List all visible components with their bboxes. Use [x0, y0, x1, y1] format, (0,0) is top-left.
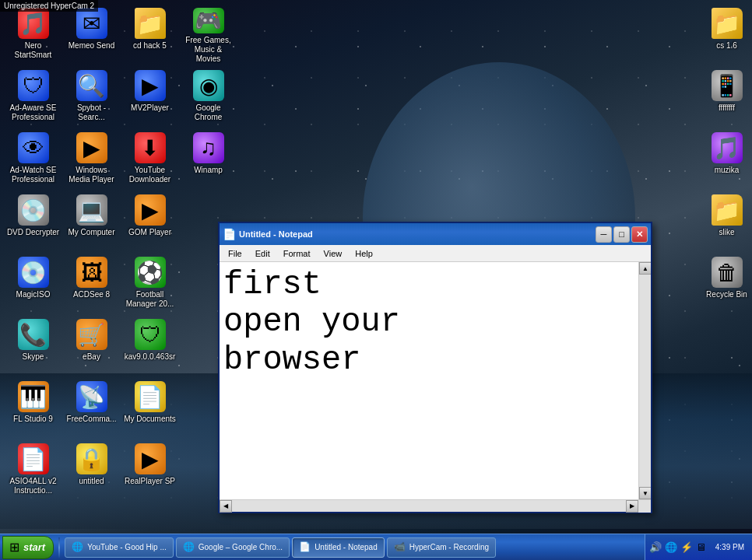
notepad-menu-edit[interactable]: Edit — [251, 247, 275, 260]
mydocs-icon: 📄 — [135, 381, 166, 412]
desktop-icon-dvddecrypter[interactable]: 💿 DVD Decrypter — [4, 191, 62, 253]
tray-icon-4[interactable]: 🖥 — [696, 541, 708, 554]
hypercam-watermark: Unregistered HyperCam 2 — [0, 0, 98, 12]
desktop-icon-wmp[interactable]: ▶ Windows Media Player — [62, 128, 121, 191]
desktop-icon-recyclebin[interactable]: 🗑 Recycle Bin — [698, 253, 752, 315]
desktop-icon-chrome[interactable]: ◉ Google Chrome — [179, 66, 237, 128]
taskbar: ⊞ start 🌐 YouTube - Good Hip ... 🌐 Googl… — [0, 534, 752, 560]
desktop-icon-acdsee[interactable]: 🖼 ACDSee 8 — [62, 253, 121, 315]
notepad-taskbar-icon: 📄 — [299, 541, 311, 554]
desktop-icon-nero[interactable]: 🎵 Nero StartSmart — [4, 4, 62, 66]
taskbar-items: 🌐 YouTube - Good Hip ... 🌐 Google – Goog… — [62, 537, 645, 558]
start-button[interactable]: ⊞ start — [2, 536, 54, 559]
notepad-textarea[interactable]: first open your browser — [220, 262, 638, 499]
desktop-icon-muzika[interactable]: 🎵 muzika — [698, 128, 752, 191]
desktop-icon-skype[interactable]: 📞 Skype — [4, 315, 62, 377]
desktop-icon-slike[interactable]: 📁 slike — [698, 191, 752, 253]
mv2-icon: ▶ — [135, 70, 166, 101]
notepad-content-area: first open your browser ▲ ▼ — [220, 262, 651, 499]
desktop-icon-asio4all[interactable]: 📄 ASIO4ALL v2 Instructio... — [4, 439, 62, 502]
desktop-icon-football[interactable]: ⚽ Football Manager 20... — [121, 253, 179, 315]
desktop-icon-freecomma[interactable]: 📡 FreeComma... — [62, 377, 121, 439]
freecomma-icon: 📡 — [76, 381, 107, 412]
taskbar-google-label: Google – Google Chro... — [199, 543, 283, 551]
notepad-scrollbar: ▲ ▼ — [638, 262, 651, 499]
desktop-icon-mv2player[interactable]: ▶ MV2Player — [121, 66, 179, 128]
recyclebin-icon: 🗑 — [712, 257, 743, 288]
notepad-title-left: 📄 Untitled - Notepad — [223, 228, 313, 240]
taskbar-google[interactable]: 🌐 Google – Google Chro... — [176, 537, 290, 558]
kav-icon: 🛡 — [135, 319, 166, 350]
taskbar-youtube[interactable]: 🌐 YouTube - Good Hip ... — [65, 537, 174, 558]
desktop-icon-cs16[interactable]: 📁 cs 1.6 — [698, 4, 752, 66]
notepad-menubar: File Edit Format View Help — [220, 245, 651, 262]
desktop-icon-ebay[interactable]: 🛒 eBay — [62, 315, 121, 377]
slike-icon: 📁 — [712, 194, 743, 226]
notepad-menu-view[interactable]: View — [319, 247, 347, 260]
notepad-menu-help[interactable]: Help — [350, 247, 378, 260]
youtube-taskbar-icon: 🌐 — [72, 541, 84, 554]
realplayer-icon: ▶ — [135, 443, 166, 474]
flstudio-icon: 🎹 — [18, 381, 49, 412]
desktop-icon-mydocs[interactable]: 📄 My Documents — [121, 377, 179, 439]
desktop-icon-memeosend[interactable]: ✉ Memeo Send — [62, 4, 121, 66]
scroll-down-arrow[interactable]: ▼ — [639, 487, 651, 499]
skype-icon: 📞 — [18, 319, 49, 350]
start-button-label: start — [23, 541, 45, 553]
notepad-title-icon: 📄 — [223, 228, 235, 240]
mycomputer-icon: 💻 — [76, 194, 107, 226]
ebay-icon: 🛒 — [76, 319, 107, 350]
asio-icon: 📄 — [18, 443, 49, 474]
winamp-icon: ♫ — [193, 132, 224, 163]
desktop-icon-adwatch[interactable]: 👁 Ad-Watch SE Professional — [4, 128, 62, 191]
taskbar-hypercam[interactable]: 📹 HyperCam - Recording — [387, 537, 496, 558]
start-logo: ⊞ — [9, 540, 19, 555]
system-clock: 4:39 PM — [712, 542, 748, 552]
scroll-up-arrow[interactable]: ▲ — [639, 262, 651, 275]
desktop-icon-spybot[interactable]: 🔍 Spybot - Searc... — [62, 66, 121, 128]
notepad-menu-file[interactable]: File — [223, 247, 247, 260]
desktop-icon-adaware[interactable]: 🛡 Ad-Aware SE Professional — [4, 66, 62, 128]
tray-icon-3[interactable]: ⚡ — [680, 541, 693, 554]
notepad-controls: ─ □ ✕ — [596, 226, 648, 243]
adaware-icon: 🛡 — [18, 70, 49, 101]
hscroll-track — [232, 500, 626, 512]
desktop-icon-cdhack[interactable]: 📁 cd hack 5 — [121, 4, 179, 66]
desktop-icon-ffffffff[interactable]: 📱 ffffffff — [698, 66, 752, 128]
notepad-titlebar[interactable]: 📄 Untitled - Notepad ─ □ ✕ — [220, 223, 651, 245]
desktop-icon-freegames[interactable]: 🎮 Free Games, Music & Movies — [179, 4, 237, 66]
taskbar-youtube-label: YouTube - Good Hip ... — [87, 543, 167, 551]
notepad-hscrollbar: ◀ ▶ — [220, 499, 651, 512]
desktop-icon-flstudio[interactable]: 🎹 FL Studio 9 — [4, 377, 62, 439]
hypercam-taskbar-icon: 📹 — [394, 541, 406, 554]
tray-icon-1[interactable]: 🔊 — [649, 541, 662, 554]
notepad-close-button[interactable]: ✕ — [631, 226, 648, 243]
tray-icon-2[interactable]: 🌐 — [665, 541, 677, 554]
desktop-icon-ytdl[interactable]: ⬇ YouTube Downloader — [121, 128, 179, 191]
ffffffff-icon: 📱 — [712, 70, 743, 101]
notepad-title-text: Untitled - Notepad — [239, 229, 313, 239]
desktop: Unregistered HyperCam 2 🎵 Nero StartSmar… — [0, 0, 752, 560]
taskbar-notepad[interactable]: 📄 Untitled - Notepad — [292, 537, 385, 558]
dvd-icon: 💿 — [18, 194, 49, 226]
taskbar-notepad-label: Untitled - Notepad — [315, 543, 378, 551]
notepad-maximize-button[interactable]: □ — [613, 226, 630, 243]
desktop-icon-magiciso[interactable]: 💿 MagicISO — [4, 253, 62, 315]
system-tray: 🔊 🌐 ⚡ 🖥 4:39 PM — [645, 534, 752, 560]
football-icon: ⚽ — [135, 257, 166, 288]
desktop-icon-winamp[interactable]: ♫ Winamp — [179, 128, 237, 191]
desktop-icon-area: 🎵 Nero StartSmart 🛡 Ad-Aware SE Professi… — [0, 0, 218, 529]
notepad-window: 📄 Untitled - Notepad ─ □ ✕ File Edit For… — [218, 222, 652, 513]
desktop-icon-untitled[interactable]: 🔒 untitled — [62, 439, 121, 502]
notepad-minimize-button[interactable]: ─ — [596, 226, 612, 243]
taskbar-hypercam-label: HyperCam - Recording — [409, 543, 489, 551]
desktop-icon-mycomputer[interactable]: 💻 My Computer — [62, 191, 121, 253]
hscroll-left-arrow[interactable]: ◀ — [220, 500, 232, 513]
freegames-icon: 🎮 — [193, 8, 224, 33]
taskbar-divider — [58, 537, 60, 558]
desktop-icon-realplayer[interactable]: ▶ RealPlayer SP — [121, 439, 179, 502]
hscroll-right-arrow[interactable]: ▶ — [626, 500, 638, 513]
desktop-icon-kav[interactable]: 🛡 kav9.0.0.463sr — [121, 315, 179, 377]
desktop-icon-gomplayer[interactable]: ▶ GOM Player — [121, 191, 179, 253]
notepad-menu-format[interactable]: Format — [279, 247, 315, 260]
